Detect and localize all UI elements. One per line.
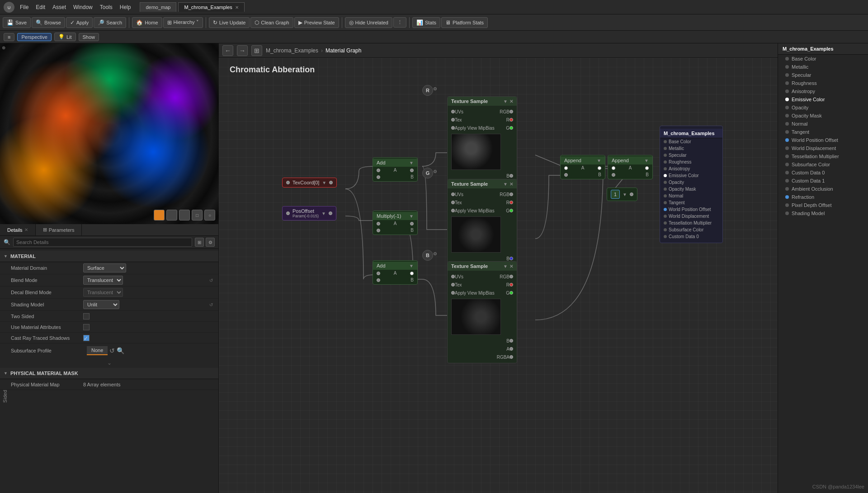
output-pin-0[interactable] xyxy=(664,140,667,143)
menu-window[interactable]: Window xyxy=(73,4,93,10)
texture-r-g-pin[interactable] xyxy=(509,126,513,130)
sidebar-item-2[interactable]: Specular xyxy=(778,71,868,79)
physical-material-section-header[interactable]: ▼ PHYSICAL MATERIAL MASK xyxy=(0,368,218,379)
use-material-attr-checkbox[interactable] xyxy=(83,324,90,330)
shading-model-select[interactable]: UnlitDefault Lit xyxy=(83,300,119,309)
posoffset-right-pin[interactable] xyxy=(329,211,332,215)
more-button[interactable]: ⋮ xyxy=(393,17,406,28)
sidebar-item-3[interactable]: Roughness xyxy=(778,79,868,87)
sidebar-item-14[interactable]: Custom Data 0 xyxy=(778,169,868,177)
texture-b-rgba-pin[interactable] xyxy=(509,355,513,359)
output-pin-13[interactable] xyxy=(664,228,667,231)
decal-blend-select[interactable]: Translucent xyxy=(83,288,123,297)
multiply-b-pin[interactable] xyxy=(377,229,380,232)
vp-dot-5[interactable]: ○ xyxy=(204,210,215,221)
output-pin-1[interactable] xyxy=(664,147,667,150)
texture-r-r-pin[interactable] xyxy=(509,118,513,122)
multiply-a-out-pin[interactable] xyxy=(410,222,414,225)
texture-b-tex-pin[interactable] xyxy=(451,283,455,286)
texture-r-uvs-pin[interactable] xyxy=(451,110,455,113)
preview-state-button[interactable]: ▶ Preview State xyxy=(294,17,339,28)
output-pin-14[interactable] xyxy=(664,235,667,238)
tab-demo-map[interactable]: demo_map xyxy=(140,2,176,12)
texture-r-rgb-pin[interactable] xyxy=(509,110,513,113)
texture-g-uvs-pin[interactable] xyxy=(451,193,455,196)
menu-help[interactable]: Help xyxy=(120,4,131,10)
sidebar-item-0[interactable]: Base Color xyxy=(778,55,868,63)
append2-node[interactable]: Append ▼ A B xyxy=(608,155,653,179)
output-pin-3[interactable] xyxy=(664,160,667,164)
texture-g-g-pin[interactable] xyxy=(509,209,513,212)
texture-g-rgb-pin[interactable] xyxy=(509,193,513,196)
texture-r-mip-pin[interactable] xyxy=(451,126,455,130)
channel-b-settings[interactable]: ⚙ xyxy=(433,251,437,256)
tab-details[interactable]: Details ✕ xyxy=(0,224,36,235)
append1-a-in-pin[interactable] xyxy=(564,166,568,170)
clean-graph-button[interactable]: ⬡ Clean Graph xyxy=(250,17,293,28)
subsurface-pill[interactable]: None xyxy=(87,346,108,355)
texture-r-close[interactable]: ✕ xyxy=(509,99,513,104)
sidebar-item-8[interactable]: Normal xyxy=(778,120,868,128)
posoffset-node[interactable]: PosOffset Param(-0.015) ▼ xyxy=(282,206,336,221)
sidebar-item-13[interactable]: Subsurface Color xyxy=(778,160,868,169)
details-tab-close[interactable]: ✕ xyxy=(24,227,28,232)
nav-grid-button[interactable]: ⊞ xyxy=(251,45,262,56)
sidebar-item-6[interactable]: Opacity xyxy=(778,103,868,112)
texture-g-r-pin[interactable] xyxy=(509,201,513,204)
texture-b-a-pin[interactable] xyxy=(509,347,513,351)
vp-dot-4[interactable]: □ xyxy=(192,210,203,221)
show-button[interactable]: Show xyxy=(79,33,99,41)
blend-mode-select[interactable]: TranslucentOpaque xyxy=(83,276,123,285)
output-pin-11[interactable] xyxy=(664,215,667,218)
const1-node[interactable]: 1 ▼ xyxy=(607,188,637,201)
expand-arrow[interactable]: ⌄ xyxy=(0,358,218,368)
add-bottom-a-pin[interactable] xyxy=(377,272,380,275)
sidebar-item-10[interactable]: World Position Offset xyxy=(778,136,868,144)
texture-b-r-pin[interactable] xyxy=(509,283,513,286)
texture-r-b-pin[interactable] xyxy=(509,174,513,178)
shading-model-reset[interactable]: ↺ xyxy=(208,301,215,308)
texture-b-rgb-pin[interactable] xyxy=(509,275,513,278)
channel-r-settings[interactable]: ⚙ xyxy=(433,86,437,91)
tab-parameters[interactable]: ⊞ Parameters xyxy=(36,224,82,235)
sidebar-item-7[interactable]: Opacity Mask xyxy=(778,112,868,120)
search-button[interactable]: 🔎 Search xyxy=(94,17,126,28)
blend-mode-reset[interactable]: ↺ xyxy=(208,277,215,284)
details-gear-btn[interactable]: ⚙ xyxy=(206,238,215,247)
append1-a-out-pin[interactable] xyxy=(598,166,601,170)
append2-a-in-pin[interactable] xyxy=(612,166,615,170)
multiply-node[interactable]: Multiply(-1) ▼ A B xyxy=(373,211,418,235)
output-pin-12[interactable] xyxy=(664,221,667,225)
sidebar-item-1[interactable]: Metallic xyxy=(778,63,868,71)
output-pin-8[interactable] xyxy=(664,194,667,197)
live-update-button[interactable]: ↻ Live Update xyxy=(209,17,250,28)
perspective-button[interactable]: Perspective xyxy=(17,33,51,41)
vp-dot-2[interactable] xyxy=(166,210,177,221)
two-sided-checkbox[interactable] xyxy=(83,313,90,319)
platform-stats-button[interactable]: 🖥 Platform Stats xyxy=(441,17,488,28)
hide-unrelated-button[interactable]: ◎ Hide Unrelated xyxy=(345,17,392,28)
details-search-input[interactable] xyxy=(13,238,192,247)
home-button[interactable]: 🏠 Home xyxy=(132,17,162,28)
texture-b-b-pin[interactable] xyxy=(509,339,513,343)
sidebar-item-5[interactable]: Emissive Color xyxy=(778,95,868,103)
add-bottom-node[interactable]: Add ▼ A B xyxy=(373,260,418,285)
multiply-a-pin[interactable] xyxy=(377,222,380,225)
subsurface-refresh-icon[interactable]: ↺ xyxy=(109,347,115,354)
lit-button[interactable]: 💡 Lit xyxy=(54,33,76,41)
sidebar-item-19[interactable]: Shading Model xyxy=(778,209,868,217)
texture-r-tex-pin[interactable] xyxy=(451,118,455,122)
cast-ray-traced-checkbox[interactable]: ✓ xyxy=(83,335,90,341)
hamburger-button[interactable]: ≡ xyxy=(4,33,14,41)
menu-asset[interactable]: Asset xyxy=(52,4,66,10)
sidebar-item-15[interactable]: Custom Data 1 xyxy=(778,177,868,185)
output-pin-5[interactable] xyxy=(664,174,667,177)
material-section-header[interactable]: ▼ MATERIAL xyxy=(0,251,218,262)
append2-a-out-pin[interactable] xyxy=(645,166,649,170)
texture-sample-b-node[interactable]: Texture Sample ▼ ✕ UVs RGB T xyxy=(447,261,517,363)
posoffset-out-pin[interactable] xyxy=(286,211,290,215)
sidebar-item-12[interactable]: Tessellation Multiplier xyxy=(778,152,868,160)
graph-canvas[interactable]: Chromatic Abberation xyxy=(219,58,778,493)
output-pin-9[interactable] xyxy=(664,201,667,204)
texture-g-close[interactable]: ✕ xyxy=(509,182,513,187)
